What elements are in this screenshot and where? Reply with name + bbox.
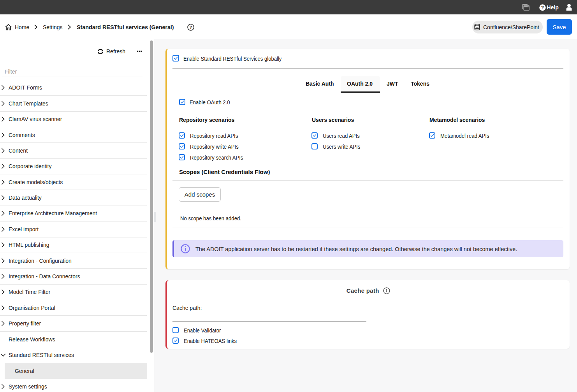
svg-text:?: ? bbox=[190, 25, 192, 30]
svg-text:?: ? bbox=[541, 5, 544, 10]
